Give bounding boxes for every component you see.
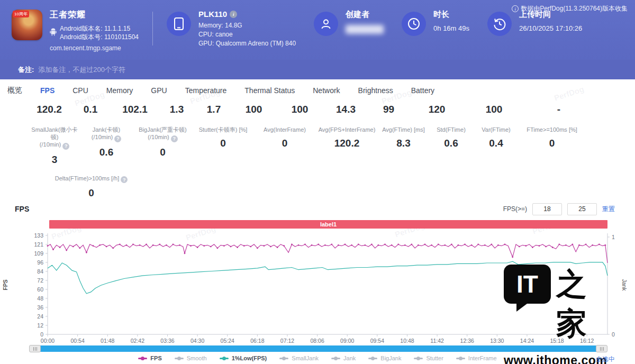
tab-CPU[interactable]: CPU <box>72 86 88 95</box>
legend-marker <box>175 358 184 359</box>
duration-value: 0h 16m 49s <box>433 24 469 32</box>
svg-text:10:48: 10:48 <box>400 338 414 343</box>
stat-cell: Jank(卡顿)(/10min)?0.6 <box>80 126 133 166</box>
legend-item-InterFrame[interactable]: InterFrame <box>456 355 497 361</box>
tab-Temperature[interactable]: Temperature <box>185 86 227 95</box>
stats-row-1: 120.20.1102.11.31.710010014.399120100- <box>0 104 635 120</box>
tab-Network[interactable]: Network <box>313 86 340 95</box>
stat-value: 3 <box>29 154 80 166</box>
duration-info: 时长 0h 16m 49s <box>402 10 469 36</box>
svg-text:03:36: 03:36 <box>160 338 174 343</box>
legend-item-SmallJank[interactable]: SmallJank <box>279 355 319 361</box>
svg-text:48: 48 <box>37 295 43 302</box>
scrollbar-right-handle[interactable] <box>596 345 607 352</box>
fps-filter-label: FPS(>=) <box>503 205 527 213</box>
fps-section-title: FPS <box>15 205 29 213</box>
fps-threshold-input-2[interactable] <box>567 203 597 215</box>
stats-row-2: SmallJank(微小卡顿)(/10min)?3Jank(卡顿)(/10min… <box>0 126 635 166</box>
legend-label: 1%Low(FPS) <box>232 355 267 361</box>
legend-item-1%Low(FPS)[interactable]: 1%Low(FPS) <box>220 355 267 361</box>
stat-cell: SmallJank(微小卡顿)(/10min)?3 <box>29 126 80 166</box>
svg-text:109: 109 <box>34 250 43 257</box>
remark-input[interactable]: 添加备注，不超过200个字符 <box>38 65 125 75</box>
svg-text:08:06: 08:06 <box>310 338 324 343</box>
fps-threshold-input-1[interactable] <box>532 203 562 215</box>
stat-value: 120.2 <box>316 138 378 149</box>
stat-label: Avg(InterFrame) <box>253 126 316 133</box>
tab-GPU[interactable]: GPU <box>151 86 167 95</box>
svg-text:FPS: FPS <box>2 279 8 290</box>
stat-value: 0.1 <box>69 104 112 120</box>
legend-item-BigJank[interactable]: BigJank <box>368 355 401 361</box>
svg-text:1: 1 <box>612 234 615 240</box>
phone-icon <box>167 12 191 36</box>
device-cpu: CPU: canoe <box>198 30 296 39</box>
svg-text:13:30: 13:30 <box>490 338 504 343</box>
tab-bar: 概览FPSCPUMemoryGPUTemperatureThermal Stat… <box>0 79 635 102</box>
history-clock-icon <box>487 12 512 36</box>
user-icon <box>314 12 338 36</box>
help-icon[interactable]: ? <box>121 176 128 183</box>
svg-text:11:42: 11:42 <box>430 338 444 343</box>
chart-plot-area[interactable]: 133121109968472604836241201000:0000:5401… <box>0 216 635 343</box>
select-all-link[interactable]: 全选中 <box>596 355 615 364</box>
legend-marker <box>414 358 423 359</box>
svg-text:72: 72 <box>37 277 43 284</box>
legend-item-Stutter[interactable]: Stutter <box>414 355 443 361</box>
stat-cell: Stutter(卡顿率) [%]0 <box>193 126 253 166</box>
stat-value: 0 <box>133 147 193 158</box>
svg-text:12: 12 <box>37 322 43 329</box>
chart-scrollbar-track[interactable] <box>29 345 607 352</box>
upload-value: 26/10/2025 17:10:26 <box>519 24 582 32</box>
svg-text:0: 0 <box>40 331 43 338</box>
tab-Battery[interactable]: Battery <box>411 86 434 95</box>
stat-value: 0.6 <box>429 138 473 149</box>
tab-概览[interactable]: 概览 <box>7 86 22 95</box>
stat-cell: Avg(FTime) [ms]8.3 <box>378 126 429 166</box>
scrollbar-left-handle[interactable] <box>29 345 41 352</box>
app-header: i 数据由PerfDog(11.3.250764)版本收集 10周年 王者荣耀 <box>0 0 635 60</box>
reset-link[interactable]: 重置 <box>602 205 615 214</box>
stat-label: Avg(FPS+InterFrame) <box>316 126 378 133</box>
creator-info: 创建者 <box>314 10 384 36</box>
stat-value: 120 <box>410 104 464 120</box>
device-gpu: GPU: Qualcomm Adreno (TM) 840 <box>198 39 296 48</box>
chart-scrollbar <box>29 345 607 352</box>
android-icon <box>50 28 57 38</box>
tab-Thermal Status[interactable]: Thermal Status <box>244 86 295 95</box>
stat-label: FTime>=100ms [%] <box>519 126 585 133</box>
tab-Brightness[interactable]: Brightness <box>358 86 393 95</box>
help-icon[interactable]: ? <box>62 143 69 150</box>
stat-value: 0 <box>193 138 253 149</box>
stat-value: 0.6 <box>80 147 133 158</box>
device-memory: Memory: 14.8G <box>198 21 296 30</box>
stat-value: 0 <box>45 187 138 199</box>
help-icon[interactable]: ? <box>114 135 121 142</box>
svg-text:Jank: Jank <box>621 279 628 291</box>
legend-item-Jank[interactable]: Jank <box>331 355 356 361</box>
clock-icon <box>402 12 426 36</box>
collector-note: i 数据由PerfDog(11.3.250764)版本收集 <box>512 4 628 13</box>
stat-value: 99 <box>367 104 410 120</box>
legend-marker <box>279 358 288 359</box>
legend-marker <box>138 358 147 359</box>
legend-marker <box>331 358 340 359</box>
legend-item-FPS[interactable]: FPS <box>138 355 161 361</box>
svg-text:96: 96 <box>37 259 43 266</box>
device-name: PLK110 <box>198 10 227 19</box>
device-info-icon[interactable]: i <box>230 11 237 18</box>
stats-panel: PerfDog PerfDog PerfDog PerfDog 120.20.1… <box>0 102 635 202</box>
legend-label: Stutter <box>426 355 443 361</box>
stat-value: 100 <box>275 104 324 120</box>
svg-text:84: 84 <box>37 268 43 275</box>
chart-legend: FPSSmooth1%Low(FPS)SmallJankJankBigJankS… <box>0 355 635 361</box>
tab-FPS[interactable]: FPS <box>40 86 55 95</box>
svg-text:24: 24 <box>37 313 43 320</box>
legend-item-Smooth[interactable]: Smooth <box>175 355 207 361</box>
legend-marker <box>456 358 465 359</box>
stat-cell: Avg(FPS+InterFrame)120.2 <box>316 126 378 166</box>
help-icon[interactable]: ? <box>171 135 178 142</box>
svg-text:133: 133 <box>34 232 43 239</box>
legend-label: Smooth <box>187 355 207 361</box>
tab-Memory[interactable]: Memory <box>106 86 133 95</box>
